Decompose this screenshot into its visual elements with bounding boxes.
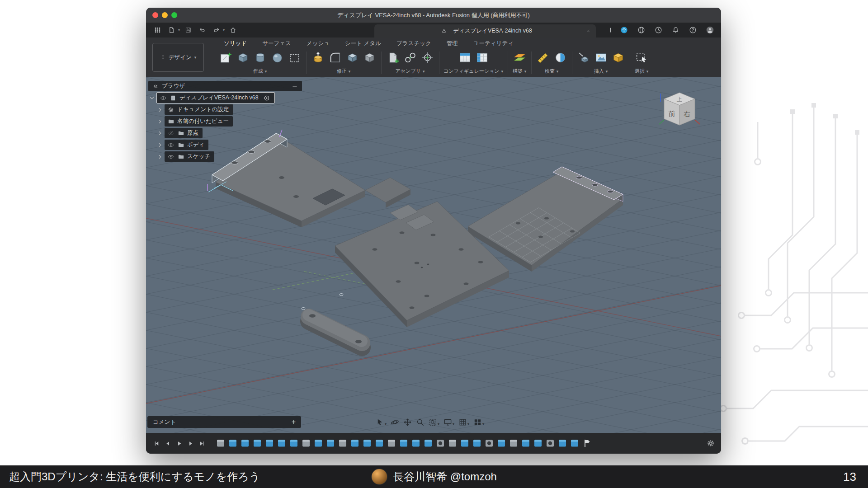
chevron-right-icon[interactable] — [156, 141, 164, 149]
tool-icon-configtable2[interactable] — [475, 50, 489, 65]
tool-group-label[interactable]: 修正▾ — [337, 68, 351, 75]
timeline-play-button[interactable] — [176, 440, 183, 447]
tool-group-label[interactable]: コンフィギュレーション▾ — [443, 68, 503, 75]
timeline-feature-24[interactable] — [509, 439, 518, 448]
minimize-panel-icon[interactable] — [291, 83, 298, 90]
timeline-feature-22[interactable] — [485, 439, 494, 448]
browser-item-label[interactable]: ボディ — [187, 141, 204, 149]
browser-item-2[interactable]: 原点 — [156, 128, 302, 138]
eye-icon[interactable] — [167, 153, 175, 160]
user-avatar[interactable] — [704, 25, 716, 35]
tool-icon-dashedbox[interactable] — [287, 50, 302, 65]
ribbon-tab-4[interactable]: プラスチック — [396, 40, 431, 47]
tab-close-icon[interactable] — [584, 27, 592, 35]
new-tab-icon[interactable] — [604, 25, 616, 35]
timeline-feature-29[interactable] — [570, 439, 579, 448]
timeline-feature-28[interactable] — [558, 439, 567, 448]
browser-root-row[interactable]: ディスプレイVESA-24inch v68 — [148, 93, 302, 103]
ribbon-tab-3[interactable]: シート メタル — [345, 40, 381, 47]
tool-icon-insertmesh[interactable] — [576, 50, 591, 65]
comment-bar[interactable]: コメント + — [147, 416, 301, 428]
eye-icon[interactable] — [167, 141, 175, 149]
browser-header[interactable]: ブラウザ — [148, 81, 302, 91]
tool-icon-configtable[interactable] — [458, 50, 472, 65]
tool-icon-sketch[interactable] — [218, 50, 233, 65]
chevron-right-icon[interactable] — [156, 153, 164, 160]
tool-icon-shell[interactable] — [345, 50, 359, 65]
nav-fit[interactable]: ▾ — [429, 418, 439, 427]
ribbon-tab-6[interactable]: ユーティリティ — [473, 40, 514, 47]
tool-icon-section[interactable] — [553, 50, 567, 65]
browser-item-3[interactable]: ボディ — [156, 140, 302, 150]
tool-icon-canvas[interactable] — [594, 50, 608, 65]
timeline-feature-19[interactable] — [448, 439, 457, 448]
timeline-step-forward-button[interactable] — [187, 440, 194, 447]
timeline-feature-3[interactable] — [253, 439, 262, 448]
timeline-skip-end-button[interactable] — [198, 440, 205, 447]
collapse-panel-icon[interactable] — [152, 83, 159, 90]
timeline-feature-2[interactable] — [241, 439, 250, 448]
eye-off-icon[interactable] — [167, 130, 175, 137]
timeline-feature-8[interactable] — [314, 439, 323, 448]
tool-icon-box[interactable] — [236, 50, 250, 65]
browser-item-4[interactable]: スケッチ — [156, 151, 302, 162]
tool-icon-jointorigin[interactable] — [420, 50, 434, 65]
viewcube-front-label[interactable]: 前 — [669, 110, 675, 117]
document-tab[interactable]: ディスプレイVESA-24inch v68 — [374, 24, 596, 38]
tool-icon-measure[interactable] — [536, 50, 550, 65]
tool-icon-joint[interactable] — [403, 50, 417, 65]
notifications-icon[interactable] — [670, 25, 681, 35]
ribbon-tab-5[interactable]: 管理 — [447, 40, 458, 47]
timeline-feature-12[interactable] — [363, 439, 372, 448]
timeline-feature-15[interactable] — [399, 439, 408, 448]
nav-pan[interactable] — [403, 418, 412, 427]
timeline-feature-9[interactable] — [326, 439, 335, 448]
timeline-step-back-button[interactable] — [165, 440, 171, 447]
eye-icon[interactable] — [160, 94, 167, 102]
chevron-down-icon[interactable] — [148, 94, 156, 102]
ribbon-tab-2[interactable]: メッシュ — [307, 40, 330, 47]
chevron-right-icon[interactable] — [156, 130, 164, 137]
workspace-selector[interactable]: デザイン ▾ — [152, 43, 204, 72]
view-cube[interactable]: 上 前 右 — [657, 88, 702, 138]
tool-group-label[interactable]: 選択▾ — [635, 68, 649, 75]
tool-icon-select[interactable] — [634, 50, 649, 65]
data-panel-icon[interactable] — [151, 25, 163, 35]
browser-item-0[interactable]: ドキュメントの設定 — [156, 104, 302, 115]
nav-grid-settings[interactable]: ▾ — [458, 418, 469, 427]
chevron-right-icon[interactable] — [156, 118, 164, 125]
timeline-feature-11[interactable] — [350, 439, 359, 448]
timeline-feature-1[interactable] — [228, 439, 237, 448]
home-icon[interactable] — [227, 25, 239, 35]
tool-icon-cylinder[interactable] — [253, 50, 267, 65]
timeline-feature-27[interactable] — [546, 439, 555, 448]
save-icon[interactable] — [182, 25, 194, 35]
browser-root-label[interactable]: ディスプレイVESA-24inch v68 — [179, 94, 259, 102]
extensions-icon[interactable] — [618, 25, 630, 35]
zoom-window-button[interactable] — [171, 12, 177, 18]
tool-group-label[interactable]: 検査▾ — [545, 68, 559, 75]
timeline-feature-10[interactable] — [338, 439, 347, 448]
tool-icon-sphere[interactable] — [270, 50, 284, 65]
tool-icon-fillet[interactable] — [328, 50, 342, 65]
viewcube-top-label[interactable]: 上 — [677, 96, 682, 103]
timeline-feature-26[interactable] — [533, 439, 542, 448]
tool-icon-graybox[interactable] — [362, 50, 377, 65]
timeline-feature-16[interactable] — [411, 439, 420, 448]
close-window-button[interactable] — [152, 12, 158, 18]
redo-icon[interactable] — [210, 25, 222, 35]
timeline-feature-14[interactable] — [387, 439, 396, 448]
timeline-playhead[interactable] — [582, 439, 591, 448]
browser-item-label[interactable]: ドキュメントの設定 — [177, 106, 229, 113]
browser-item-label[interactable]: 原点 — [187, 129, 198, 137]
viewport[interactable]: ブラウザ ディスプレイVESA-24inch v68 ドキュメントの設定名前の付… — [146, 77, 721, 433]
tool-icon-planes[interactable] — [512, 50, 527, 65]
timeline-settings-gear-icon[interactable] — [707, 439, 715, 447]
globe-icon[interactable] — [635, 25, 647, 35]
tool-icon-mcmaster[interactable] — [611, 50, 625, 65]
timeline-feature-5[interactable] — [277, 439, 286, 448]
timeline-feature-0[interactable] — [216, 439, 225, 448]
minimize-window-button[interactable] — [162, 12, 168, 18]
activate-component-radio[interactable] — [263, 94, 270, 102]
browser-item-label[interactable]: 名前の付いたビュー — [177, 117, 229, 125]
